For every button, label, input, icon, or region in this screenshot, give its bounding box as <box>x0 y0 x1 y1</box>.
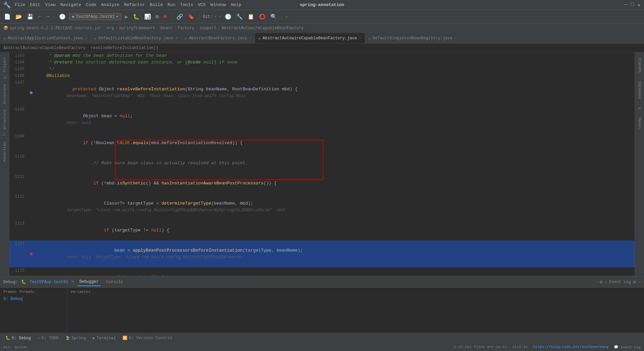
search-everywhere-icon[interactable]: 🔍 <box>269 13 278 21</box>
menu-edit[interactable]: Edit <box>30 2 40 7</box>
menu-vcs[interactable]: VCS <box>198 2 206 7</box>
tab-close-4[interactable]: × <box>454 36 457 40</box>
debug-run-config-label[interactable]: TestOfAop.test01 <box>30 280 68 284</box>
settings-icon[interactable]: 🔧 <box>235 13 244 21</box>
tab-abstract-app-context[interactable]: ☕ AbstractApplicationContext.java × <box>0 33 91 43</box>
window-controls[interactable]: — □ ✕ <box>624 2 641 8</box>
maven-tab[interactable]: Maven <box>637 115 642 131</box>
plantuml-tab[interactable]: PlanUML <box>637 55 642 76</box>
console-sub-tab[interactable]: Console <box>104 278 125 286</box>
profile-icon[interactable]: ⚙ <box>154 13 160 21</box>
tab-icon-4: ☕ <box>368 36 371 41</box>
breadcrumb-beans[interactable]: beans <box>160 26 172 31</box>
copy-path-icon[interactable]: 📋 <box>246 13 256 21</box>
breadcrumb-factory[interactable]: factory <box>177 26 194 31</box>
toolbar-sep-3 <box>199 13 200 20</box>
tab-close-3[interactable]: × <box>359 36 361 40</box>
stop-icon[interactable]: ■ <box>162 13 168 20</box>
eventlog-settings-icon[interactable]: ⚙ <box>633 279 636 285</box>
structure-sidebar-label[interactable]: Structure <box>2 82 7 107</box>
record-icon[interactable]: ⭕ <box>258 13 267 21</box>
breadcrumb-jar[interactable]: 📦 <box>3 26 8 31</box>
status-event-log[interactable]: 💬 Event Log <box>614 345 641 349</box>
close-button[interactable]: ✕ <box>637 2 641 8</box>
tab-abstract-autowire[interactable]: ☕ AbstractAutowireCapableBeanFactory.jav… <box>255 33 365 43</box>
breadcrumb-org[interactable]: org <box>107 26 114 31</box>
git-history-icon[interactable]: 🕒 <box>223 13 233 21</box>
debug-minimize-icon[interactable]: — <box>604 279 607 285</box>
project-sidebar-label[interactable]: 1: Project <box>2 54 7 82</box>
breadcrumb-class[interactable]: AbstractAutowireCapableBeanFactory <box>221 26 304 31</box>
new-file-icon[interactable]: 📄 <box>3 13 12 21</box>
code-editor[interactable]: 1103 * @param mbd the bean definition fo… <box>9 52 635 276</box>
tab-label-3: AbstractAutowireCapableBeanFactory.java <box>263 36 357 41</box>
gutter-1105 <box>28 66 35 73</box>
line-content-1110: // Make sure bean class is actually reso… <box>35 153 635 173</box>
tab-terminal[interactable]: ▶ Terminal <box>90 335 118 341</box>
breadcrumb-jar-name[interactable]: spring-beans-5.2.2.RELEASE-sources.jar <box>10 26 102 31</box>
debug-tab-close[interactable]: × <box>71 280 74 284</box>
tab-close-0[interactable]: × <box>85 36 87 40</box>
save-icon[interactable]: 💾 <box>25 13 35 21</box>
menu-window[interactable]: Window <box>210 2 226 7</box>
debug-tab-icon: 🐛 <box>5 336 10 341</box>
line-number-1111: 1111 <box>9 173 28 193</box>
m-tab[interactable]: m <box>637 104 642 112</box>
menu-file[interactable]: File <box>15 2 25 7</box>
tab-debug[interactable]: 🐛 5: Debug <box>3 335 34 341</box>
git-check-icon: ✓ <box>215 14 217 19</box>
forward-icon[interactable]: → <box>45 13 51 20</box>
code-line-1114: 1114 bean = applyBeanPostProcessorsBefor… <box>9 240 635 267</box>
debug-button[interactable]: 🐛 <box>131 13 141 21</box>
favorites-sidebar-label[interactable]: Favorites <box>2 139 7 164</box>
run-button[interactable]: ▶ <box>123 13 129 21</box>
run-configuration[interactable]: ▶ TestOfAop.test01 ▾ <box>69 13 121 20</box>
recent-files-icon[interactable]: 🕐 <box>58 13 67 21</box>
tab-default-singleton[interactable]: ☕ DefaultSingletonBeanRegistry.java × <box>365 33 460 43</box>
tab-todo[interactable]: ✓ 6: TODO <box>35 335 61 341</box>
tab-close-1[interactable]: × <box>175 36 178 40</box>
menu-code[interactable]: Code <box>86 2 96 7</box>
structure7-sidebar-label[interactable]: 7: Structure <box>2 107 7 139</box>
debugger-sub-tab[interactable]: Debugger <box>77 278 101 286</box>
toggle-bookmark-icon[interactable]: 🔖 <box>186 13 196 21</box>
menu-navigate[interactable]: Navigate <box>60 2 81 7</box>
debug-settings-icon[interactable]: ⚙ <box>600 279 602 285</box>
breadcrumb-support[interactable]: support <box>200 26 216 31</box>
menu-build[interactable]: Build <box>150 2 163 7</box>
debugpoint-indicator-1114[interactable] <box>30 253 33 255</box>
tab-close-2[interactable]: × <box>249 36 251 40</box>
run-config-dropdown-icon[interactable]: ▾ <box>116 14 118 19</box>
maximize-button[interactable]: □ <box>631 2 634 8</box>
line-content-1106: @Nullable <box>35 73 635 79</box>
database-tab[interactable]: Database <box>637 79 642 102</box>
breakpoint-indicator-1107[interactable] <box>30 91 33 94</box>
minimize-button[interactable]: — <box>624 2 628 8</box>
all-files-synced-icon: ✓ <box>285 14 288 19</box>
git-label: Git: <box>203 14 213 19</box>
back-icon[interactable]: ← <box>37 13 43 20</box>
toolbar-sep-2 <box>171 13 172 20</box>
menu-help[interactable]: Help <box>231 2 241 7</box>
menu-refactor[interactable]: Refactor <box>124 2 145 7</box>
run-config-icon: ▶ <box>72 14 74 19</box>
attach-debugger-icon[interactable]: 🔗 <box>175 13 184 21</box>
event-log-icon: 💬 <box>614 345 619 349</box>
breadcrumb-sep-1: › <box>103 26 105 31</box>
tab-abstract-bean-factory[interactable]: ☕ AbstractBeanFactory.java × <box>181 33 255 43</box>
toolbar: 📄 📂 💾 ← → 🕐 ▶ TestOfAop.test01 ▾ ▶ 🐛 📊 ⚙… <box>0 10 644 24</box>
menu-tools[interactable]: Tools <box>180 2 193 7</box>
open-file-icon[interactable]: 📂 <box>14 13 23 21</box>
menu-run[interactable]: Run <box>167 2 175 7</box>
tab-version-control[interactable]: 🔀 9: Version Control <box>120 335 175 341</box>
run-with-coverage-icon[interactable]: 📊 <box>143 13 152 21</box>
menu-view[interactable]: View <box>45 2 55 7</box>
method-breadcrumb-sep: › <box>87 46 89 50</box>
tab-default-listable[interactable]: ☕ DefaultListableBeanFactory.java × <box>91 33 181 43</box>
debug-frame-5[interactable]: 5: Debug <box>3 296 63 302</box>
menu-analyze[interactable]: Analyze <box>101 2 119 7</box>
breadcrumb-springframework[interactable]: springframework <box>119 26 155 31</box>
eventlog-minimize-icon[interactable]: — <box>638 279 641 285</box>
tab-spring[interactable]: 🍃 Spring <box>62 335 89 341</box>
tab-label-4: DefaultSingletonBeanRegistry.java <box>373 36 452 41</box>
